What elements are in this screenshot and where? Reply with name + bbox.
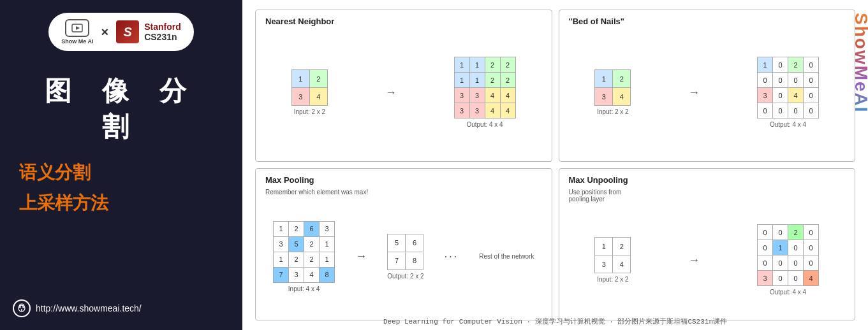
bon-output-grid: 1020 0000 3040 0000 [757, 57, 819, 118]
bed-of-nails-body: 12 34 Input: 2 x 2 → 1020 0000 3040 0000… [569, 30, 846, 155]
max-unpooling-title: Max Unpooling [569, 175, 846, 185]
nearest-neighbor-title: Nearest Neighbor [265, 17, 542, 26]
mu-output-grid: 0020 0100 0000 3004 [757, 224, 819, 286]
max-unpooling-subtitle: Use positions from pooling layer [569, 189, 846, 203]
footer-text: Deep Learning for Computer Vision · 深度学习… [383, 318, 727, 326]
network-label: Rest of the network [479, 253, 534, 260]
mu-input-grid: 12 34 [594, 237, 631, 273]
mu-arrow: → [688, 254, 700, 267]
nearest-neighbor-box: Nearest Neighbor 12 34 Input: 2 x 2 → 11… [255, 10, 552, 162]
max-pooling-box: Max Pooling Remember which element was m… [255, 168, 552, 320]
stanford-logo: S Stanford CS231n [116, 20, 181, 43]
nn-output-label: Output: 4 x 4 [466, 121, 503, 128]
dots-separator: ··· [445, 251, 459, 262]
mp-input-label: Input: 4 x 4 [288, 285, 320, 292]
main-content: Nearest Neighbor 12 34 Input: 2 x 2 → 11… [242, 0, 868, 330]
nn-output-area: 1122 1122 3344 3344 Output: 4 x 4 [454, 57, 516, 128]
website-text: http://www.showmeai.tech/ [36, 303, 142, 313]
showme-text: Show Me AI [61, 38, 93, 45]
mu-output-area: 0020 0100 0000 3004 Output: 4 x 4 [757, 224, 819, 296]
max-unpooling-box: Max Unpooling Use positions from pooling… [559, 168, 856, 320]
stanford-name: Stanford [144, 22, 181, 32]
bon-input-label: Input: 2 x 2 [597, 108, 628, 115]
showme-icon [65, 19, 89, 37]
showme-logo: Show Me AI [61, 19, 93, 45]
mp-input-area: 1263 3521 1221 7348 Input: 4 x 4 [273, 221, 335, 292]
stanford-course: CS231n [144, 32, 181, 42]
page-title: 图 像 分 割 [19, 73, 223, 145]
stanford-text: Stanford CS231n [144, 22, 181, 42]
footer: Deep Learning for Computer Vision · 深度学习… [242, 317, 868, 326]
bon-output-label: Output: 4 x 4 [770, 121, 806, 128]
subtitle1: 语义分割 [19, 161, 91, 185]
link-icon [13, 299, 31, 317]
mu-input-label: Input: 2 x 2 [597, 276, 628, 283]
stanford-s-icon: S [116, 20, 139, 43]
mp-output-label: Output: 2 x 2 [387, 273, 423, 280]
bon-input-grid: 12 34 [594, 69, 631, 106]
max-pooling-title: Max Pooling [265, 175, 542, 185]
nn-input-grid: 12 34 [291, 69, 328, 106]
diagrams-area: Nearest Neighbor 12 34 Input: 2 x 2 → 11… [255, 10, 855, 320]
sidebar: Show Me AI × S Stanford CS231n 图 像 分 割 语… [0, 0, 242, 330]
mu-output-label: Output: 4 x 4 [770, 289, 806, 296]
mp-input-grid: 1263 3521 1221 7348 [273, 221, 335, 283]
max-pooling-subtitle: Remember which element was max! [265, 189, 542, 196]
subtitle2: 上采样方法 [19, 191, 108, 215]
nn-input-area: 12 34 Input: 2 x 2 [291, 69, 328, 115]
nn-arrow: → [385, 86, 397, 99]
nn-input-label: Input: 2 x 2 [294, 108, 325, 115]
svg-marker-1 [76, 26, 80, 30]
bon-arrow: → [688, 86, 700, 99]
website-link[interactable]: http://www.showmeai.tech/ [13, 299, 142, 317]
mp-arrow: → [355, 250, 367, 263]
bed-of-nails-title: "Bed of Nails" [569, 17, 846, 26]
max-unpooling-body: 12 34 Input: 2 x 2 → 0020 0100 0000 3004… [569, 206, 846, 313]
bon-input-area: 12 34 Input: 2 x 2 [594, 69, 631, 115]
mp-output-grid: 56 78 [387, 234, 423, 270]
mu-input-area: 12 34 Input: 2 x 2 [594, 237, 631, 283]
nn-output-grid: 1122 1122 3344 3344 [454, 57, 516, 118]
watermark: ShowMeAI [851, 13, 868, 113]
bon-output-area: 1020 0000 3040 0000 Output: 4 x 4 [757, 57, 819, 128]
times-symbol: × [101, 25, 108, 39]
nearest-neighbor-body: 12 34 Input: 2 x 2 → 1122 1122 3344 3344… [265, 30, 542, 155]
logo-area: Show Me AI × S Stanford CS231n [48, 13, 193, 51]
mp-output-area: 56 78 Output: 2 x 2 [387, 234, 423, 280]
max-pooling-body: 1263 3521 1221 7348 Input: 4 x 4 → 56 78… [265, 199, 542, 313]
bed-of-nails-box: "Bed of Nails" 12 34 Input: 2 x 2 → 1020… [559, 10, 856, 162]
